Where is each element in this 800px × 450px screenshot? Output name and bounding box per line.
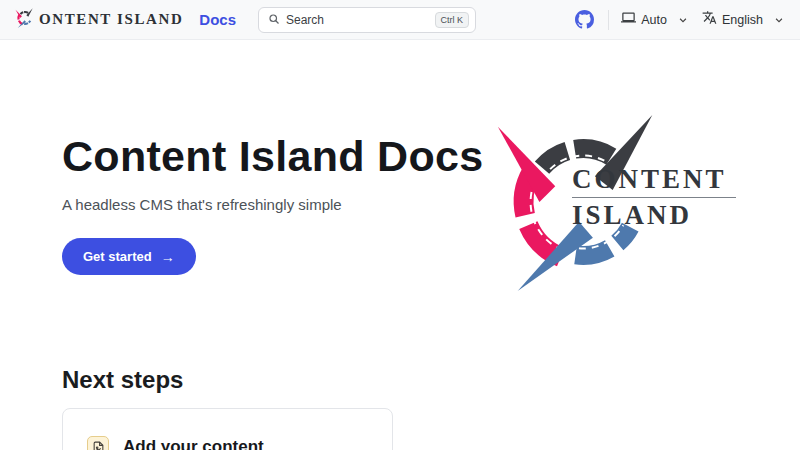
card-title: Add your content [123,437,264,450]
docs-link[interactable]: Docs [199,11,236,28]
document-icon [87,436,109,450]
theme-selector-label: Auto [641,13,667,27]
logo-divider [572,197,736,198]
get-started-label: Get started [83,249,152,264]
laptop-icon [621,10,636,29]
search-input[interactable] [286,13,429,27]
navbar-right-group: Auto English [575,10,786,30]
brand-logo[interactable]: ONTENT ISLAND [14,7,183,33]
language-selector-label: English [722,13,763,27]
search-icon [268,11,280,29]
logo-line2: ISLAND [572,201,736,231]
content-island-logo: CONTENT ISLAND [484,103,752,301]
search-bar[interactable]: Ctrl K [258,7,476,33]
hero-section: Content Island Docs A headless CMS that'… [62,40,800,360]
arrow-right-icon: → [161,250,175,264]
search-shortcut-badge: Ctrl K [435,12,470,28]
compass-logo-icon [14,7,36,33]
logo-line1: CONTENT [572,165,736,195]
get-started-button[interactable]: Get started → [62,238,196,275]
translate-icon [702,10,717,29]
language-selector[interactable]: English [702,10,784,29]
next-steps-heading: Next steps [62,366,800,394]
chevron-down-icon [774,11,784,29]
navbar-divider [608,10,609,30]
theme-selector[interactable]: Auto [621,10,688,29]
top-navbar: ONTENT ISLAND Docs Ctrl K Auto [0,0,800,40]
brand-wordmark: ONTENT ISLAND [39,11,183,28]
add-your-content-card[interactable]: Add your content [62,408,393,450]
chevron-down-icon [678,11,688,29]
logo-wordmark: CONTENT ISLAND [572,165,736,230]
github-icon[interactable] [575,10,594,29]
next-steps-section: Next steps Add your content [62,366,800,450]
